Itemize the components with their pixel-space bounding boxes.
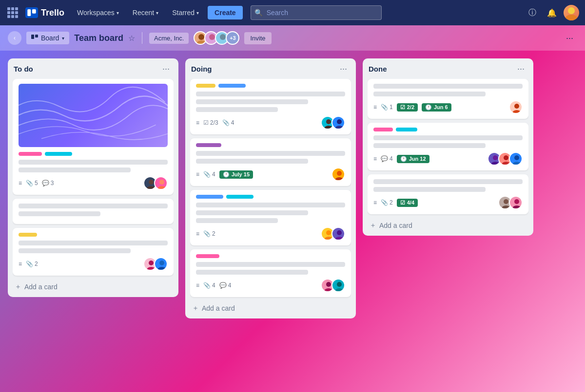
column-menu-todo[interactable]: ··· [159, 63, 173, 74]
paperclip-icon: 📎 [222, 119, 230, 126]
workspace-badge[interactable]: Acme, Inc. [149, 33, 189, 44]
comment-icon: 💬 [381, 155, 388, 162]
card-footer: ≡ 📎 2 ☑ 4/4 [373, 196, 523, 209]
board-view-button[interactable]: Board ▾ [26, 32, 69, 44]
card-done-3[interactable]: ≡ 📎 2 ☑ 4/4 [368, 174, 528, 214]
app-logo[interactable]: Trello [25, 7, 64, 18]
clock-icon: 🕐 [223, 171, 230, 178]
card-footer: ≡ ☑ 2/3 📎 4 [196, 116, 345, 130]
info-button[interactable]: ⓘ [525, 5, 540, 20]
plus-icon: ＋ [192, 304, 199, 313]
card-avatar [332, 116, 345, 130]
svg-point-38 [504, 155, 508, 160]
clock-icon: 🕐 [425, 104, 432, 111]
card-tags [196, 84, 345, 88]
card-avatars [143, 176, 168, 190]
starred-menu-button[interactable]: Starred ▾ [167, 6, 204, 19]
cards-container-done: ≡ 📎 1 ☑ 2/2 🕐 Jun 6 [368, 79, 528, 216]
plus-icon: ＋ [370, 221, 376, 230]
column-menu-doing[interactable]: ··· [337, 63, 350, 74]
cards-container-todo: ≡ 📎 5 💬 3 [13, 79, 174, 278]
member-count-badge[interactable]: +3 [226, 31, 239, 45]
card-text-line [373, 143, 486, 148]
card-doing-3[interactable]: ≡ 📎 2 [190, 190, 351, 245]
attachments-meta: 📎 1 [381, 104, 393, 111]
due-date-badge: 🕐 July 15 [219, 170, 253, 179]
svg-point-27 [324, 237, 333, 241]
workspaces-menu-button[interactable]: Workspaces ▾ [72, 6, 124, 19]
card-meta: ≡ 📎 4 💬 4 [196, 282, 231, 289]
card-footer: ≡ 📎 1 ☑ 2/2 🕐 Jun 6 [373, 100, 523, 114]
board-title: Team board [74, 33, 123, 43]
create-button[interactable]: Create [208, 6, 243, 19]
recent-menu-button[interactable]: Recent ▾ [128, 6, 163, 19]
card-cover [19, 84, 168, 147]
attachments-meta: 📎 5 [26, 180, 38, 187]
card-doing-1[interactable]: ≡ ☑ 2/3 📎 4 [190, 79, 351, 134]
card-tags [373, 128, 523, 131]
card-done-1[interactable]: ≡ 📎 1 ☑ 2/2 🕐 Jun 6 [368, 79, 528, 119]
app-name: Trello [41, 8, 64, 18]
svg-point-23 [335, 126, 344, 130]
card-text-line [19, 211, 100, 216]
svg-point-40 [514, 155, 519, 160]
card-text-line [19, 168, 131, 172]
add-card-done[interactable]: ＋ Add a card [368, 218, 528, 233]
search-input[interactable] [251, 5, 382, 20]
svg-rect-0 [27, 9, 31, 16]
svg-point-30 [326, 282, 331, 287]
paperclip-icon: 📎 [203, 171, 211, 178]
card-text-line [196, 92, 345, 96]
card-footer: ≡ 📎 4 🕐 July 15 [196, 168, 345, 181]
tag-pink [373, 128, 393, 131]
card-avatars [498, 196, 523, 209]
invite-button[interactable]: Invite [244, 32, 271, 44]
add-card-doing[interactable]: ＋ Add a card [190, 301, 351, 316]
sidebar-toggle-button[interactable]: ‹ [8, 31, 21, 45]
card-todo-1[interactable]: ≡ 📎 5 💬 3 [13, 79, 174, 195]
card-text-line [196, 151, 345, 156]
trello-logo-icon [25, 7, 38, 18]
notifications-button[interactable]: 🔔 [544, 5, 560, 20]
paperclip-icon: 📎 [26, 180, 33, 187]
attachments-meta: 📎 2 [381, 199, 393, 206]
card-done-2[interactable]: ≡ 💬 4 🕐 Jun 12 [368, 123, 528, 170]
grid-menu-button[interactable] [6, 5, 21, 20]
divider [142, 32, 142, 44]
svg-point-15 [157, 186, 166, 190]
card-text-line [373, 92, 486, 96]
card-text-line [19, 248, 131, 253]
column-menu-done[interactable]: ··· [514, 63, 527, 74]
svg-point-24 [337, 171, 342, 176]
card-text-line [196, 107, 278, 112]
column-title-done: Done [369, 65, 387, 73]
add-card-todo[interactable]: ＋ Add a card [13, 280, 174, 294]
card-meta: ≡ 📎 5 💬 3 [19, 180, 54, 187]
board-more-button[interactable]: ··· [562, 31, 577, 45]
paperclip-icon: 📎 [203, 230, 211, 237]
svg-rect-4 [31, 35, 34, 39]
column-title-todo: To do [14, 65, 33, 73]
card-avatar [332, 279, 345, 292]
card-meta: ≡ 💬 4 🕐 Jun 12 [373, 155, 429, 163]
star-button[interactable]: ☆ [128, 34, 135, 43]
card-meta: ≡ 📎 2 [196, 230, 215, 237]
chevron-down-icon: ▾ [156, 10, 158, 16]
svg-point-35 [512, 110, 521, 114]
svg-point-31 [324, 288, 333, 292]
card-avatars [509, 100, 523, 114]
comments-meta: 💬 3 [42, 180, 54, 187]
description-icon: ≡ [373, 104, 377, 111]
card-todo-2[interactable] [13, 199, 174, 224]
info-icon: ⓘ [528, 8, 536, 18]
due-date-badge: 🕐 Jun 12 [397, 155, 429, 163]
board-icon [31, 35, 38, 41]
cover-decoration [19, 84, 168, 143]
card-todo-3[interactable]: ≡ 📎 2 [13, 228, 174, 276]
user-avatar[interactable] [564, 5, 579, 20]
card-doing-2[interactable]: ≡ 📎 4 🕐 July 15 [190, 138, 351, 186]
card-avatars [488, 152, 523, 166]
card-text-line [196, 270, 308, 275]
card-doing-4[interactable]: ≡ 📎 4 💬 4 [190, 249, 351, 297]
svg-point-2 [568, 7, 575, 14]
